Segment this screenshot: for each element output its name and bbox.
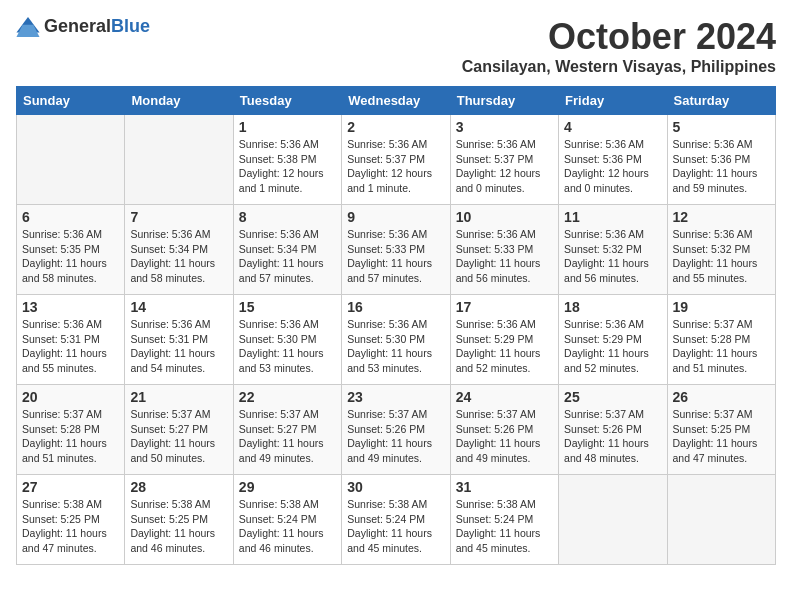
day-info: Sunrise: 5:36 AMSunset: 5:37 PMDaylight:… [456,137,553,196]
calendar-header-row: Sunday Monday Tuesday Wednesday Thursday… [17,87,776,115]
table-row: 19Sunrise: 5:37 AMSunset: 5:28 PMDayligh… [667,295,775,385]
svg-marker-1 [16,24,39,36]
day-info: Sunrise: 5:37 AMSunset: 5:27 PMDaylight:… [239,407,336,466]
table-row: 20Sunrise: 5:37 AMSunset: 5:28 PMDayligh… [17,385,125,475]
table-row: 14Sunrise: 5:36 AMSunset: 5:31 PMDayligh… [125,295,233,385]
logo-general: General [44,16,111,36]
day-info: Sunrise: 5:37 AMSunset: 5:27 PMDaylight:… [130,407,227,466]
table-row [125,115,233,205]
header-thursday: Thursday [450,87,558,115]
logo-blue: Blue [111,16,150,36]
table-row: 2Sunrise: 5:36 AMSunset: 5:37 PMDaylight… [342,115,450,205]
day-info: Sunrise: 5:38 AMSunset: 5:24 PMDaylight:… [456,497,553,556]
day-number: 1 [239,119,336,135]
day-info: Sunrise: 5:36 AMSunset: 5:34 PMDaylight:… [239,227,336,286]
day-number: 6 [22,209,119,225]
day-info: Sunrise: 5:38 AMSunset: 5:25 PMDaylight:… [130,497,227,556]
day-number: 26 [673,389,770,405]
table-row [667,475,775,565]
day-info: Sunrise: 5:36 AMSunset: 5:38 PMDaylight:… [239,137,336,196]
table-row: 28Sunrise: 5:38 AMSunset: 5:25 PMDayligh… [125,475,233,565]
day-number: 19 [673,299,770,315]
day-number: 12 [673,209,770,225]
header-saturday: Saturday [667,87,775,115]
location-title: Cansilayan, Western Visayas, Philippines [462,58,776,76]
title-area: October 2024 Cansilayan, Western Visayas… [462,16,776,76]
day-number: 25 [564,389,661,405]
day-info: Sunrise: 5:36 AMSunset: 5:36 PMDaylight:… [673,137,770,196]
calendar-week-row: 27Sunrise: 5:38 AMSunset: 5:25 PMDayligh… [17,475,776,565]
day-number: 13 [22,299,119,315]
day-info: Sunrise: 5:36 AMSunset: 5:29 PMDaylight:… [456,317,553,376]
calendar-week-row: 20Sunrise: 5:37 AMSunset: 5:28 PMDayligh… [17,385,776,475]
day-number: 31 [456,479,553,495]
day-info: Sunrise: 5:38 AMSunset: 5:24 PMDaylight:… [347,497,444,556]
day-info: Sunrise: 5:38 AMSunset: 5:24 PMDaylight:… [239,497,336,556]
table-row: 27Sunrise: 5:38 AMSunset: 5:25 PMDayligh… [17,475,125,565]
day-number: 8 [239,209,336,225]
header-friday: Friday [559,87,667,115]
day-info: Sunrise: 5:36 AMSunset: 5:33 PMDaylight:… [456,227,553,286]
day-info: Sunrise: 5:36 AMSunset: 5:29 PMDaylight:… [564,317,661,376]
table-row: 26Sunrise: 5:37 AMSunset: 5:25 PMDayligh… [667,385,775,475]
day-info: Sunrise: 5:36 AMSunset: 5:36 PMDaylight:… [564,137,661,196]
table-row: 21Sunrise: 5:37 AMSunset: 5:27 PMDayligh… [125,385,233,475]
table-row: 1Sunrise: 5:36 AMSunset: 5:38 PMDaylight… [233,115,341,205]
day-number: 18 [564,299,661,315]
table-row: 25Sunrise: 5:37 AMSunset: 5:26 PMDayligh… [559,385,667,475]
day-number: 5 [673,119,770,135]
day-number: 3 [456,119,553,135]
header-sunday: Sunday [17,87,125,115]
day-info: Sunrise: 5:37 AMSunset: 5:26 PMDaylight:… [564,407,661,466]
day-info: Sunrise: 5:36 AMSunset: 5:30 PMDaylight:… [347,317,444,376]
table-row: 22Sunrise: 5:37 AMSunset: 5:27 PMDayligh… [233,385,341,475]
calendar-table: Sunday Monday Tuesday Wednesday Thursday… [16,86,776,565]
table-row: 11Sunrise: 5:36 AMSunset: 5:32 PMDayligh… [559,205,667,295]
calendar-week-row: 13Sunrise: 5:36 AMSunset: 5:31 PMDayligh… [17,295,776,385]
table-row [559,475,667,565]
day-info: Sunrise: 5:36 AMSunset: 5:32 PMDaylight:… [564,227,661,286]
table-row: 31Sunrise: 5:38 AMSunset: 5:24 PMDayligh… [450,475,558,565]
table-row: 15Sunrise: 5:36 AMSunset: 5:30 PMDayligh… [233,295,341,385]
day-number: 28 [130,479,227,495]
table-row: 6Sunrise: 5:36 AMSunset: 5:35 PMDaylight… [17,205,125,295]
day-number: 24 [456,389,553,405]
day-number: 11 [564,209,661,225]
table-row: 9Sunrise: 5:36 AMSunset: 5:33 PMDaylight… [342,205,450,295]
day-info: Sunrise: 5:36 AMSunset: 5:33 PMDaylight:… [347,227,444,286]
day-info: Sunrise: 5:37 AMSunset: 5:28 PMDaylight:… [22,407,119,466]
table-row: 17Sunrise: 5:36 AMSunset: 5:29 PMDayligh… [450,295,558,385]
logo-icon [16,17,40,37]
day-info: Sunrise: 5:37 AMSunset: 5:25 PMDaylight:… [673,407,770,466]
day-number: 14 [130,299,227,315]
day-number: 27 [22,479,119,495]
day-info: Sunrise: 5:36 AMSunset: 5:34 PMDaylight:… [130,227,227,286]
table-row: 16Sunrise: 5:36 AMSunset: 5:30 PMDayligh… [342,295,450,385]
day-info: Sunrise: 5:36 AMSunset: 5:31 PMDaylight:… [130,317,227,376]
table-row: 18Sunrise: 5:36 AMSunset: 5:29 PMDayligh… [559,295,667,385]
day-info: Sunrise: 5:37 AMSunset: 5:26 PMDaylight:… [456,407,553,466]
table-row: 5Sunrise: 5:36 AMSunset: 5:36 PMDaylight… [667,115,775,205]
table-row: 23Sunrise: 5:37 AMSunset: 5:26 PMDayligh… [342,385,450,475]
day-number: 4 [564,119,661,135]
day-number: 10 [456,209,553,225]
day-info: Sunrise: 5:36 AMSunset: 5:31 PMDaylight:… [22,317,119,376]
day-number: 23 [347,389,444,405]
day-number: 20 [22,389,119,405]
table-row: 4Sunrise: 5:36 AMSunset: 5:36 PMDaylight… [559,115,667,205]
day-number: 15 [239,299,336,315]
day-number: 21 [130,389,227,405]
header-wednesday: Wednesday [342,87,450,115]
day-number: 22 [239,389,336,405]
day-number: 16 [347,299,444,315]
table-row: 12Sunrise: 5:36 AMSunset: 5:32 PMDayligh… [667,205,775,295]
header-tuesday: Tuesday [233,87,341,115]
calendar-week-row: 1Sunrise: 5:36 AMSunset: 5:38 PMDaylight… [17,115,776,205]
table-row [17,115,125,205]
table-row: 8Sunrise: 5:36 AMSunset: 5:34 PMDaylight… [233,205,341,295]
day-info: Sunrise: 5:37 AMSunset: 5:28 PMDaylight:… [673,317,770,376]
day-number: 9 [347,209,444,225]
day-number: 29 [239,479,336,495]
day-number: 17 [456,299,553,315]
table-row: 7Sunrise: 5:36 AMSunset: 5:34 PMDaylight… [125,205,233,295]
